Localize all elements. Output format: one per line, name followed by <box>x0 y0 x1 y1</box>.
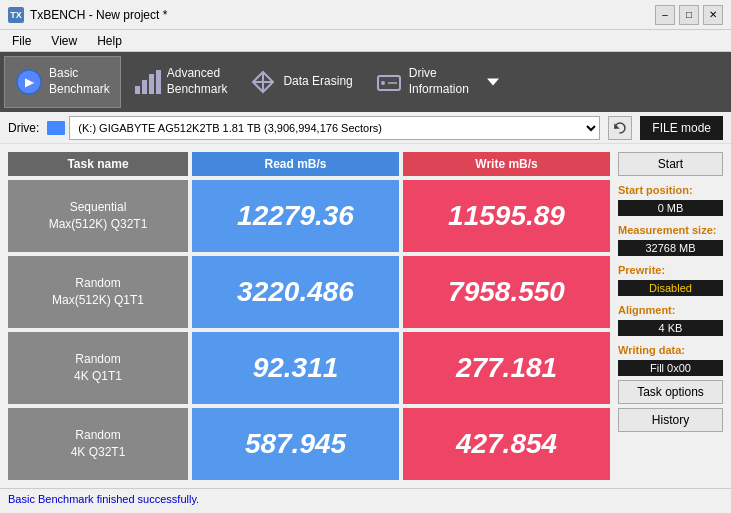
menu-help[interactable]: Help <box>93 33 126 49</box>
toolbar: ▶ Basic Benchmark Advanced Benchmark <box>0 52 731 112</box>
writing-data-value: Fill 0x00 <box>618 360 723 376</box>
task-random-4k-q1: Random4K Q1T1 <box>8 332 188 404</box>
task-random-4k-q32: Random4K Q32T1 <box>8 408 188 480</box>
write-random-4k-q32: 427.854 <box>403 408 610 480</box>
write-sequential: 11595.89 <box>403 180 610 252</box>
drive-bar: Drive: (K:) GIGABYTE AG512K2TB 1.81 TB (… <box>0 112 731 144</box>
read-random-4k-q1: 92.311 <box>192 332 399 404</box>
task-options-button[interactable]: Task options <box>618 380 723 404</box>
basic-benchmark-label: Basic Benchmark <box>49 66 110 97</box>
file-mode-button[interactable]: FILE mode <box>640 116 723 140</box>
table-row: Random4K Q1T1 92.311 277.181 <box>8 332 610 404</box>
minimize-button[interactable]: – <box>655 5 675 25</box>
header-read: Read mB/s <box>192 152 399 176</box>
task-sequential: SequentialMax(512K) Q32T1 <box>8 180 188 252</box>
table-row: RandomMax(512K) Q1T1 3220.486 7958.550 <box>8 256 610 328</box>
advanced-benchmark-icon <box>133 68 161 96</box>
toolbar-dropdown[interactable] <box>481 56 505 108</box>
drive-information-label: Drive Information <box>409 66 469 97</box>
writing-data-label: Writing data: <box>618 344 723 356</box>
menu-view[interactable]: View <box>47 33 81 49</box>
measurement-size-label: Measurement size: <box>618 224 723 236</box>
advanced-benchmark-label: Advanced Benchmark <box>167 66 228 97</box>
start-button[interactable]: Start <box>618 152 723 176</box>
status-text: Basic Benchmark finished successfully. <box>8 493 199 505</box>
window-title: TxBENCH - New project * <box>30 8 167 22</box>
main-content: Task name Read mB/s Write mB/s Sequentia… <box>0 144 731 488</box>
header-task: Task name <box>8 152 188 176</box>
svg-marker-13 <box>615 125 618 128</box>
close-button[interactable]: ✕ <box>703 5 723 25</box>
table-header: Task name Read mB/s Write mB/s <box>8 152 610 176</box>
svg-point-10 <box>381 81 385 85</box>
measurement-size-value: 32768 MB <box>618 240 723 256</box>
alignment-value: 4 KB <box>618 320 723 336</box>
write-random-4k-q1: 277.181 <box>403 332 610 404</box>
read-random-512k: 3220.486 <box>192 256 399 328</box>
svg-rect-3 <box>142 80 147 94</box>
toolbar-data-erasing[interactable]: Data Erasing <box>239 56 362 108</box>
drive-label: Drive: <box>8 121 39 135</box>
benchmark-table: Task name Read mB/s Write mB/s Sequentia… <box>8 152 610 480</box>
alignment-label: Alignment: <box>618 304 723 316</box>
start-position-value: 0 MB <box>618 200 723 216</box>
toolbar-drive-information[interactable]: Drive Information <box>365 56 479 108</box>
svg-marker-12 <box>487 78 499 85</box>
start-position-label: Start position: <box>618 184 723 196</box>
read-random-4k-q32: 587.945 <box>192 408 399 480</box>
drive-information-icon <box>375 68 403 96</box>
data-erasing-label: Data Erasing <box>283 74 352 90</box>
task-random-512k: RandomMax(512K) Q1T1 <box>8 256 188 328</box>
drive-select[interactable]: (K:) GIGABYTE AG512K2TB 1.81 TB (3,906,9… <box>69 116 600 140</box>
side-panel: Start Start position: 0 MB Measurement s… <box>618 152 723 480</box>
drive-refresh-button[interactable] <box>608 116 632 140</box>
svg-rect-5 <box>156 70 161 94</box>
svg-rect-2 <box>135 86 140 94</box>
drive-icon <box>47 121 65 135</box>
menu-file[interactable]: File <box>8 33 35 49</box>
window-controls: – □ ✕ <box>655 5 723 25</box>
prewrite-label: Prewrite: <box>618 264 723 276</box>
svg-rect-4 <box>149 74 154 94</box>
data-erasing-icon <box>249 68 277 96</box>
header-write: Write mB/s <box>403 152 610 176</box>
menu-bar: File View Help <box>0 30 731 52</box>
write-random-512k: 7958.550 <box>403 256 610 328</box>
basic-benchmark-icon: ▶ <box>15 68 43 96</box>
read-sequential: 12279.36 <box>192 180 399 252</box>
status-bar: Basic Benchmark finished successfully. <box>0 488 731 508</box>
app-icon: TX <box>8 7 24 23</box>
toolbar-advanced-benchmark[interactable]: Advanced Benchmark <box>123 56 238 108</box>
prewrite-value: Disabled <box>618 280 723 296</box>
maximize-button[interactable]: □ <box>679 5 699 25</box>
title-bar: TX TxBENCH - New project * – □ ✕ <box>0 0 731 30</box>
table-row: Random4K Q32T1 587.945 427.854 <box>8 408 610 480</box>
table-row: SequentialMax(512K) Q32T1 12279.36 11595… <box>8 180 610 252</box>
history-button[interactable]: History <box>618 408 723 432</box>
toolbar-basic-benchmark[interactable]: ▶ Basic Benchmark <box>4 56 121 108</box>
